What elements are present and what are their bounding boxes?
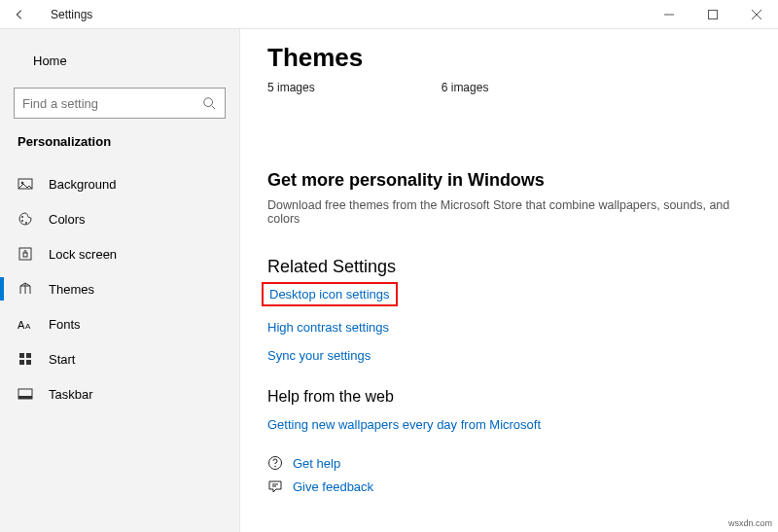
svg-rect-17 [19,360,24,365]
help-icon [267,455,283,471]
give-feedback-row[interactable]: Give feedback [267,479,751,494]
titlebar: Settings [0,0,778,29]
more-personality-sub: Download free themes from the Microsoft … [267,198,751,226]
theme-images-count-b: 6 images [442,81,489,94]
svg-text:A: A [25,322,31,331]
search-input[interactable] [15,96,194,111]
sidebar-item-colors[interactable]: Colors [0,201,239,236]
desktop-icon-settings-link[interactable]: Desktop icon settings [262,282,398,306]
sidebar-item-start[interactable]: Start [0,341,239,376]
sidebar-item-label: Lock screen [49,247,117,262]
maximize-button[interactable] [690,0,734,29]
help-from-web-heading: Help from the web [267,388,751,406]
lock-icon [18,246,33,262]
svg-rect-20 [18,396,32,399]
sidebar-item-fonts[interactable]: AA Fonts [0,306,239,341]
sidebar-item-lockscreen[interactable]: Lock screen [0,236,239,271]
svg-point-9 [21,220,23,222]
sidebar-item-taskbar[interactable]: Taskbar [0,376,239,411]
themes-icon [18,281,33,297]
sidebar-item-label: Start [49,352,75,367]
sidebar-item-label: Colors [49,212,86,227]
minimize-button[interactable] [647,0,690,29]
sync-settings-link[interactable]: Sync your settings [267,348,371,363]
feedback-icon [267,479,283,494]
sidebar-item-label: Themes [49,282,94,297]
svg-rect-1 [708,10,717,18]
sidebar-item-label: Taskbar [49,387,93,402]
close-button[interactable] [734,0,778,29]
svg-rect-15 [19,353,24,358]
start-icon [18,351,33,367]
search-box[interactable] [14,88,226,119]
picture-icon [18,176,33,192]
sidebar-home[interactable]: Home [0,43,239,78]
svg-point-8 [21,216,23,218]
more-personality-heading: Get more personality in Windows [267,170,751,191]
content-area: Themes 5 images 6 images Get more person… [240,29,778,532]
page-title: Themes [267,43,751,73]
high-contrast-settings-link[interactable]: High contrast settings [267,320,389,335]
sidebar-item-themes[interactable]: Themes [0,271,239,306]
svg-text:A: A [18,319,25,331]
svg-rect-18 [26,360,31,365]
sidebar-item-label: Fonts [49,317,81,332]
get-help-row[interactable]: Get help [267,455,751,471]
sidebar-home-label: Home [33,53,67,68]
svg-point-4 [204,98,213,107]
sidebar: Home Personalization Background Colors L… [0,29,240,532]
svg-rect-11 [19,248,31,260]
wallpapers-link[interactable]: Getting new wallpapers every day from Mi… [267,417,541,432]
svg-point-10 [25,222,27,224]
taskbar-icon [18,386,33,402]
theme-images-count-a: 5 images [267,81,315,94]
sidebar-item-background[interactable]: Background [0,166,239,201]
svg-line-5 [212,106,216,110]
search-icon [194,96,225,110]
palette-icon [18,211,33,227]
footer-watermark: wsxdn.com [728,518,772,528]
fonts-icon: AA [18,316,33,332]
get-help-label: Get help [293,456,340,471]
svg-rect-16 [26,353,31,358]
sidebar-item-label: Background [49,177,116,192]
svg-point-22 [274,466,276,468]
window-title: Settings [31,8,92,21]
back-button[interactable] [8,3,31,26]
svg-rect-12 [23,253,27,257]
give-feedback-label: Give feedback [293,479,373,494]
related-settings-heading: Related Settings [267,257,751,277]
sidebar-category: Personalization [0,132,239,166]
